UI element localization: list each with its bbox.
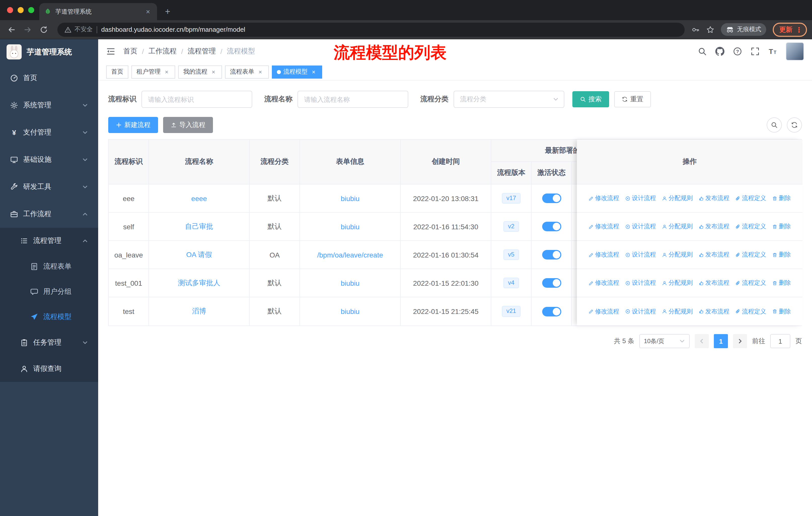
refresh-table-button[interactable] — [787, 117, 802, 133]
action-assign-rule[interactable]: 分配规则 — [662, 194, 693, 202]
action-process-definition[interactable]: 流程定义 — [735, 307, 766, 316]
action-process-definition[interactable]: 流程定义 — [735, 194, 766, 202]
page-size-select[interactable]: 10条/页 — [639, 334, 690, 348]
active-toggle[interactable] — [542, 307, 561, 316]
sidebar-item-process-mgmt[interactable]: 流程管理 — [0, 228, 98, 254]
action-publish-process[interactable]: 发布流程 — [699, 250, 729, 259]
active-toggle[interactable] — [542, 278, 561, 288]
form-info-link[interactable]: /bpm/oa/leave/create — [317, 251, 383, 259]
sidebar-item-payment[interactable]: ¥ 支付管理 — [0, 119, 98, 146]
sidebar-item-infra[interactable]: 基础设施 — [0, 146, 98, 173]
bookmark-star-icon[interactable] — [706, 25, 714, 33]
sidebar-item-task-mgmt[interactable]: 任务管理 — [0, 330, 98, 356]
new-tab-button[interactable]: + — [161, 5, 174, 18]
prev-page-button[interactable] — [695, 334, 709, 348]
action-publish-process[interactable]: 发布流程 — [699, 194, 729, 202]
tag-close-icon[interactable]: × — [163, 68, 170, 75]
tag-process-form[interactable]: 流程表单 × — [225, 65, 269, 78]
action-process-definition[interactable]: 流程定义 — [735, 279, 766, 287]
sidebar-item-home[interactable]: 首页 — [0, 64, 98, 92]
category-select[interactable]: 流程分类 — [454, 91, 564, 108]
forward-button[interactable] — [21, 23, 34, 36]
sidebar-item-user-group[interactable]: 用户分组 — [0, 279, 98, 304]
sidebar-logo[interactable]: 芋道管理系统 — [0, 39, 98, 64]
search-icon[interactable] — [698, 47, 707, 56]
toggle-search-button[interactable] — [767, 117, 782, 133]
form-info-link[interactable]: biubiu — [341, 194, 360, 202]
font-size-icon[interactable] — [768, 47, 777, 56]
tab-close-icon[interactable]: × — [144, 7, 152, 16]
address-bar[interactable]: 不安全 dashboard.yudao.iocoder.cn/bpm/manag… — [57, 22, 685, 36]
action-edit-process[interactable]: 修改流程 — [588, 194, 619, 202]
action-design-process[interactable]: 设计流程 — [625, 194, 656, 202]
action-edit-process[interactable]: 修改流程 — [588, 307, 619, 316]
chrome-update-button[interactable]: 更新 ⋮ — [773, 22, 807, 36]
password-key-icon[interactable] — [692, 25, 700, 33]
action-delete[interactable]: 删除 — [772, 307, 791, 316]
action-publish-process[interactable]: 发布流程 — [699, 279, 729, 287]
sidebar-item-process-form[interactable]: 流程表单 — [0, 254, 98, 279]
action-assign-rule[interactable]: 分配规则 — [662, 307, 693, 316]
process-name-link[interactable]: 自己审批 — [185, 222, 213, 231]
form-info-link[interactable]: biubiu — [341, 222, 360, 230]
form-info-link[interactable]: biubiu — [341, 307, 360, 316]
site-security[interactable]: 不安全 — [64, 25, 93, 34]
tag-close-icon[interactable]: × — [310, 68, 317, 75]
active-toggle[interactable] — [542, 193, 561, 203]
process-name-link[interactable]: 测试多审批人 — [178, 278, 220, 288]
import-process-button[interactable]: 导入流程 — [163, 117, 213, 133]
breadcrumb-home[interactable]: 首页 — [123, 47, 138, 56]
action-design-process[interactable]: 设计流程 — [625, 250, 656, 259]
process-id-input[interactable] — [141, 91, 252, 108]
action-design-process[interactable]: 设计流程 — [625, 279, 656, 287]
browser-menu-icon[interactable]: ⋮ — [795, 26, 803, 33]
reload-button[interactable] — [37, 23, 50, 36]
breadcrumb-workflow[interactable]: 工作流程 — [148, 47, 177, 56]
action-assign-rule[interactable]: 分配规则 — [662, 250, 693, 259]
create-process-button[interactable]: 新建流程 — [108, 117, 158, 133]
action-delete[interactable]: 删除 — [772, 279, 791, 287]
fullscreen-icon[interactable] — [751, 47, 760, 56]
user-avatar[interactable] — [786, 42, 804, 60]
breadcrumb-process-mgmt[interactable]: 流程管理 — [188, 47, 216, 56]
action-edit-process[interactable]: 修改流程 — [588, 279, 619, 287]
sidebar-item-system[interactable]: 系统管理 — [0, 92, 98, 119]
process-name-link[interactable]: OA 请假 — [186, 250, 212, 259]
action-publish-process[interactable]: 发布流程 — [699, 307, 729, 316]
process-name-link[interactable]: 滔博 — [192, 307, 206, 316]
search-button[interactable]: 搜索 — [572, 91, 609, 107]
action-process-definition[interactable]: 流程定义 — [735, 250, 766, 259]
sidebar-item-leave-query[interactable]: 请假查询 — [0, 356, 98, 382]
action-assign-rule[interactable]: 分配规则 — [662, 222, 693, 231]
minimize-window-button[interactable] — [18, 7, 24, 13]
tag-process-model[interactable]: 流程模型 × — [272, 65, 322, 78]
sidebar-item-workflow[interactable]: 工作流程 — [0, 200, 98, 228]
active-toggle[interactable] — [542, 250, 561, 260]
action-design-process[interactable]: 设计流程 — [625, 307, 656, 316]
action-assign-rule[interactable]: 分配规则 — [662, 279, 693, 287]
goto-page-input[interactable] — [770, 334, 790, 348]
process-name-link[interactable]: eeee — [191, 194, 207, 202]
page-number-1[interactable]: 1 — [714, 334, 728, 348]
sidebar-fold-icon[interactable] — [106, 47, 115, 56]
active-toggle[interactable] — [542, 222, 561, 231]
action-design-process[interactable]: 设计流程 — [625, 222, 656, 231]
back-button[interactable] — [5, 23, 18, 36]
sidebar-item-devtools[interactable]: 研发工具 — [0, 173, 98, 200]
zoom-window-button[interactable] — [28, 7, 34, 13]
action-edit-process[interactable]: 修改流程 — [588, 222, 619, 231]
tag-close-icon[interactable]: × — [257, 68, 264, 75]
tag-close-icon[interactable]: × — [210, 68, 217, 75]
form-info-link[interactable]: biubiu — [341, 279, 360, 287]
tag-tenant[interactable]: 租户管理 × — [132, 65, 175, 78]
sidebar-item-process-model[interactable]: 流程模型 — [0, 304, 98, 330]
action-delete[interactable]: 删除 — [772, 194, 791, 202]
reset-button[interactable]: 重置 — [614, 91, 651, 107]
process-name-input[interactable] — [297, 91, 408, 108]
close-window-button[interactable] — [7, 7, 13, 13]
tag-my-process[interactable]: 我的流程 × — [178, 65, 222, 78]
action-edit-process[interactable]: 修改流程 — [588, 250, 619, 259]
next-page-button[interactable] — [733, 334, 747, 348]
tag-home[interactable]: 首页 — [106, 65, 128, 78]
github-icon[interactable] — [715, 47, 724, 56]
